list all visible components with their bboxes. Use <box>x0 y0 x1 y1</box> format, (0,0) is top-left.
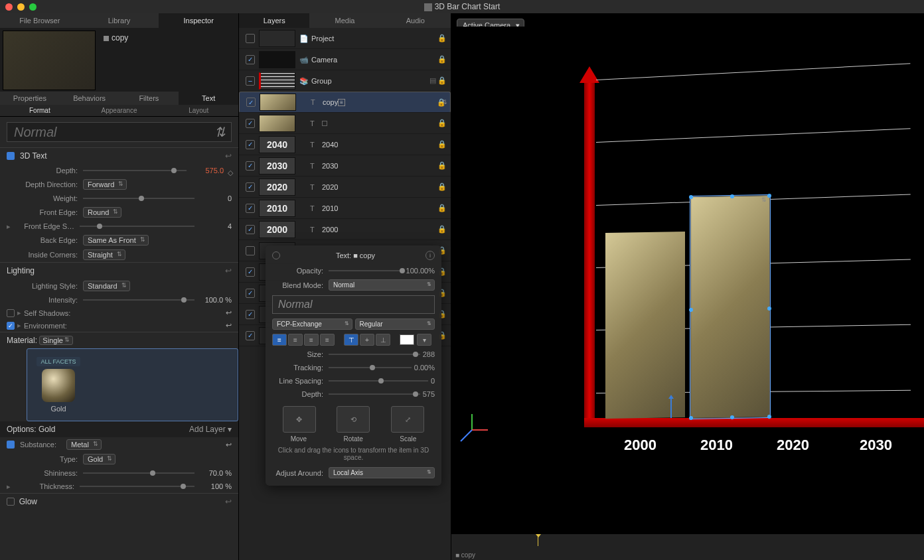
lock-icon[interactable]: 🔒 <box>437 34 447 42</box>
shininess-slider[interactable] <box>83 468 194 478</box>
lock-icon[interactable]: 🔒 <box>437 225 447 234</box>
material-swatch[interactable] <box>42 369 75 402</box>
inspector-scroll[interactable]: Normal⇅ 3D Text↩ Depth:575.0◇ Depth Dire… <box>0 117 238 560</box>
lock-icon[interactable]: 🔒 <box>437 119 447 127</box>
weight-slider[interactable] <box>83 194 194 203</box>
hud-depth-value[interactable]: 575 <box>423 390 435 398</box>
lock-icon[interactable]: 🔒 <box>437 140 447 149</box>
move-tool-button[interactable]: ✥ <box>283 406 316 433</box>
lock-icon[interactable]: 🔒 <box>437 55 447 64</box>
hud-close-button[interactable] <box>272 251 280 259</box>
reset-icon[interactable]: ↩ <box>225 266 232 275</box>
tab-library[interactable]: Library <box>80 13 159 28</box>
canvas-3d[interactable]: 2000 2010 2020 2030 <box>451 27 924 467</box>
material-mode-select[interactable]: Single <box>39 336 73 345</box>
mini-timeline[interactable]: ■ copy <box>451 533 924 560</box>
hud-depth-slider[interactable] <box>329 389 420 399</box>
subtab-behaviors[interactable]: Behaviors <box>60 92 119 105</box>
scale-tool-button[interactable]: ⤢ <box>391 406 424 433</box>
lighting-style-select[interactable]: Standard <box>83 281 130 291</box>
opacity-slider[interactable] <box>329 266 404 275</box>
disclosure-icon[interactable]: ▸ <box>7 482 11 491</box>
text-hud[interactable]: Text: ■ copy i Opacity:100.00% Blend Mod… <box>266 245 441 486</box>
rotate-tool-button[interactable]: ⟲ <box>337 406 370 433</box>
environment-checkbox[interactable]: ✓ <box>7 322 15 330</box>
layer-row[interactable]: 2010T2010🔒 <box>239 198 451 219</box>
layer-row[interactable]: 2020T2020🔒 <box>239 176 451 198</box>
tab-audio[interactable]: Audio <box>380 13 451 28</box>
tab-inspector[interactable]: Inspector <box>159 13 238 28</box>
section-lighting[interactable]: Lighting↩ <box>0 263 238 279</box>
layer-row[interactable]: −📚Group▤🔒 <box>239 70 451 92</box>
substance-checkbox[interactable] <box>7 441 15 449</box>
subtab-text[interactable]: Text <box>179 92 238 105</box>
section-glow[interactable]: Glow↩ <box>0 494 238 510</box>
selection-handle[interactable] <box>689 195 693 199</box>
subtab-properties[interactable]: Properties <box>0 92 60 105</box>
color-dropdown-button[interactable]: ▾ <box>417 334 431 346</box>
intensity-slider[interactable] <box>83 295 194 305</box>
checkbox-icon[interactable] <box>7 152 15 160</box>
depth-direction-select[interactable]: Forward <box>83 179 127 190</box>
layer-row[interactable]: 2030T2030🔒 <box>239 155 451 176</box>
tracking-value[interactable]: 0.00% <box>414 364 435 372</box>
layer-row[interactable]: Tcopy ≡🔒 <box>239 92 451 113</box>
color-swatch[interactable] <box>400 334 414 345</box>
blend-mode-select[interactable]: Normal <box>329 279 435 291</box>
disclosure-icon[interactable]: ▸ <box>17 321 21 330</box>
front-edge-select[interactable]: Round <box>83 207 121 218</box>
subtab-filters[interactable]: Filters <box>119 92 179 105</box>
align-justify-button[interactable]: ≡ <box>320 334 335 346</box>
keyframe-icon[interactable]: ◇ <box>228 169 232 173</box>
depth-value[interactable]: 575.0 <box>191 167 224 175</box>
tab-file-browser[interactable]: File Browser <box>0 13 80 28</box>
minitab-format[interactable]: Format <box>0 105 80 116</box>
lock-icon[interactable]: 🔒 <box>437 161 447 170</box>
layer-row[interactable]: 📄Project🔒 <box>239 28 451 49</box>
adjust-around-select[interactable]: Local Axis <box>329 467 435 478</box>
back-edge-select[interactable]: Same As Front <box>83 235 149 245</box>
font-family-select[interactable]: FCP-Exchange <box>272 318 352 330</box>
size-value[interactable]: 288 <box>423 350 435 358</box>
bar-2000[interactable] <box>605 232 685 419</box>
lock-icon[interactable]: 🔒 <box>437 182 447 191</box>
align-left-button[interactable]: ≡ <box>272 334 287 346</box>
front-edge-size-value[interactable]: 4 <box>198 222 232 230</box>
valign-middle-button[interactable]: + <box>360 334 374 346</box>
tab-layers[interactable]: Layers <box>239 13 309 28</box>
hud-font-preset[interactable]: Normal <box>272 295 435 314</box>
bar-2010[interactable] <box>690 195 770 419</box>
valign-top-button[interactable]: ⊤ <box>344 334 358 346</box>
selection-handle[interactable] <box>689 307 693 311</box>
layer-row[interactable]: 2000T2000🔒 <box>239 219 451 240</box>
front-edge-size-slider[interactable] <box>80 222 194 231</box>
font-weight-select[interactable]: Regular <box>355 318 435 330</box>
thickness-slider[interactable] <box>80 482 194 491</box>
type-select[interactable]: Gold <box>83 454 116 464</box>
self-shadows-checkbox[interactable] <box>7 309 15 317</box>
lock-icon[interactable]: 🔒 <box>437 98 446 107</box>
align-right-button[interactable]: ≡ <box>304 334 319 346</box>
line-spacing-value[interactable]: 0 <box>431 377 435 385</box>
reset-icon[interactable]: ↩ <box>225 497 232 506</box>
playhead[interactable] <box>538 537 538 546</box>
disclosure-icon[interactable]: ▸ <box>7 222 11 231</box>
inside-corners-select[interactable]: Straight <box>83 249 125 260</box>
intensity-value[interactable]: 100.0 % <box>198 296 232 304</box>
depth-slider[interactable] <box>83 166 187 175</box>
section-material[interactable]: Material: Single <box>0 332 238 348</box>
glow-checkbox[interactable] <box>7 498 15 506</box>
align-center-button[interactable]: ≡ <box>288 334 303 346</box>
layer-row[interactable]: 2040T2040🔒 <box>239 134 451 155</box>
selection-handle[interactable] <box>730 194 734 198</box>
stack-icon[interactable]: ▤ <box>429 76 436 85</box>
selection-handle[interactable] <box>767 194 771 198</box>
minitab-layout[interactable]: Layout <box>159 105 238 116</box>
material-card[interactable]: ALL FACETS Gold <box>27 348 238 421</box>
viewport[interactable]: Active Camera <box>451 13 924 560</box>
add-layer-button[interactable]: Add Layer ▾ <box>189 425 232 434</box>
reset-icon[interactable]: ↩ <box>226 321 232 330</box>
layer-row[interactable]: 📹Camera🔒 <box>239 49 451 70</box>
tab-media[interactable]: Media <box>309 13 380 28</box>
font-preset-selector[interactable]: Normal⇅ <box>7 122 232 142</box>
